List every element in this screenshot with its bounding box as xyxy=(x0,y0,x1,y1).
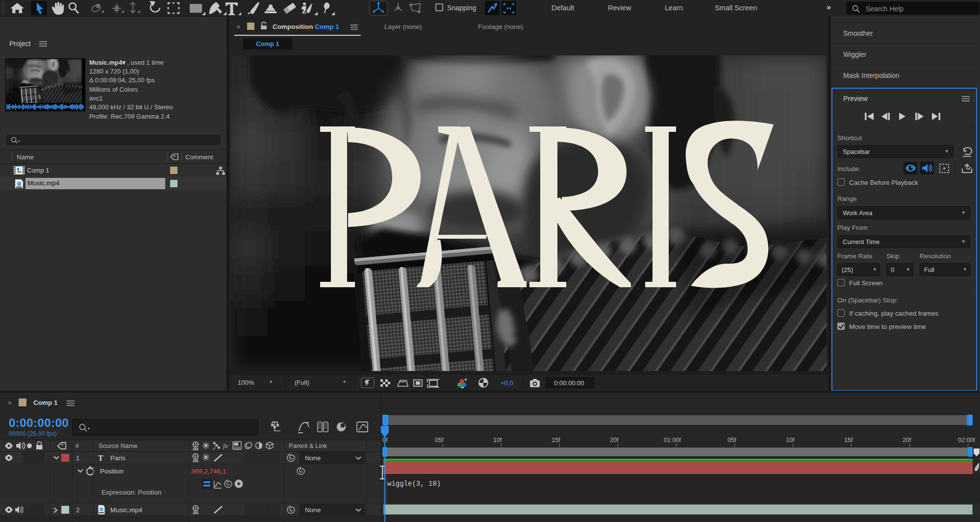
svg-text:01:00f: 01:00f xyxy=(664,437,681,444)
svg-text:02:00f: 02:00f xyxy=(958,437,975,444)
svg-text:15f: 15f xyxy=(844,437,853,444)
svg-text:10f: 10f xyxy=(786,437,795,444)
svg-text:Source Name: Source Name xyxy=(99,442,137,449)
svg-text:15f: 15f xyxy=(552,437,560,444)
svg-text:20f: 20f xyxy=(903,437,911,444)
svg-text:05f: 05f xyxy=(435,437,444,444)
svg-text:20f: 20f xyxy=(610,437,619,444)
svg-text:10f: 10f xyxy=(493,437,502,444)
svg-text:#: # xyxy=(75,443,79,449)
svg-text:fx: fx xyxy=(223,442,228,449)
svg-text:+0,0: +0,0 xyxy=(501,379,513,387)
svg-text:Parent & Link: Parent & Link xyxy=(289,442,327,449)
svg-text:05f: 05f xyxy=(728,437,736,444)
